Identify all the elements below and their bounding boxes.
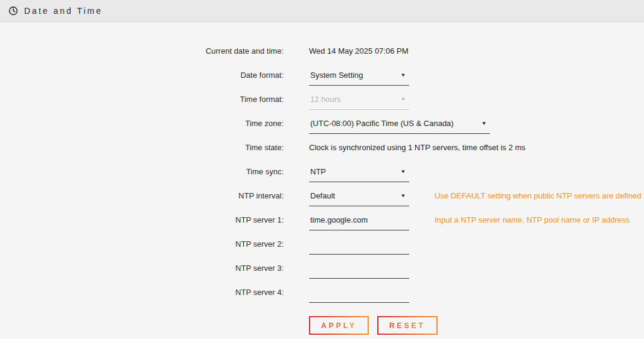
time-zone-label: Time zone: <box>0 113 284 128</box>
time-state-label: Time state: <box>0 138 284 152</box>
ntp-server-1-input[interactable] <box>309 215 409 230</box>
row-ntp-server-3: NTP server 3: <box>0 258 644 282</box>
clock-icon <box>8 6 18 16</box>
action-buttons: APPLY RESET <box>309 316 644 335</box>
ntp-server-2-input[interactable] <box>309 239 409 255</box>
row-date-format: Date format: System Setting ▼ <box>0 65 644 89</box>
reset-button[interactable]: RESET <box>377 316 438 335</box>
row-ntp-server-1: NTP server 1: Input a NTP server name, N… <box>0 210 644 234</box>
ntp-interval-hint: Use DEFAULT setting when public NTP serv… <box>435 186 642 200</box>
time-zone-value: (UTC-08:00) Pacific Time (US & Canada) <box>310 119 454 128</box>
row-time-zone: Time zone: (UTC-08:00) Pacific Time (US … <box>0 113 644 138</box>
chevron-down-icon: ▼ <box>400 169 406 174</box>
row-time-format: Time format: 12 hours ▼ <box>0 89 644 113</box>
time-sync-value: NTP <box>310 167 326 176</box>
ntp-server-4-label: NTP server 4: <box>0 282 284 297</box>
time-zone-select[interactable]: (UTC-08:00) Pacific Time (US & Canada) ▼ <box>309 119 490 134</box>
apply-button[interactable]: APPLY <box>309 316 369 335</box>
ntp-server-1-label: NTP server 1: <box>0 210 284 224</box>
current-datetime-label: Current date and time: <box>0 41 284 55</box>
chevron-down-icon: ▼ <box>400 97 406 102</box>
ntp-interval-label: NTP interval: <box>0 186 284 200</box>
row-time-sync: Time sync: NTP ▼ <box>0 162 644 186</box>
row-ntp-server-2: NTP server 2: <box>0 234 644 258</box>
date-format-label: Date format: <box>0 65 284 80</box>
ntp-interval-value: Default <box>310 191 335 200</box>
time-format-value: 12 hours <box>310 95 341 104</box>
date-format-value: System Setting <box>310 71 363 80</box>
time-format-label: Time format: <box>0 89 284 104</box>
time-sync-select[interactable]: NTP ▼ <box>309 167 409 182</box>
ntp-server-3-label: NTP server 3: <box>0 258 284 273</box>
chevron-down-icon: ▼ <box>400 72 406 78</box>
row-ntp-server-4: NTP server 4: <box>0 282 644 306</box>
section-header: Date and Time <box>0 0 644 22</box>
date-format-select[interactable]: System Setting ▼ <box>309 71 409 86</box>
page-title: Date and Time <box>24 6 103 16</box>
ntp-server-4-input[interactable] <box>309 288 409 303</box>
row-time-state: Time state: Clock is synchronized using … <box>0 138 644 162</box>
current-datetime-value: Wed 14 May 2025 07:06 PM <box>309 46 409 55</box>
row-ntp-interval: NTP interval: Default ▼ Use DEFAULT sett… <box>0 186 644 210</box>
row-current-datetime: Current date and time: Wed 14 May 2025 0… <box>0 41 644 65</box>
ntp-server-3-input[interactable] <box>309 264 409 279</box>
chevron-down-icon: ▼ <box>481 121 487 126</box>
time-state-value: Clock is synchronized using 1 NTP server… <box>309 143 526 152</box>
time-sync-label: Time sync: <box>0 162 284 176</box>
ntp-interval-select[interactable]: Default ▼ <box>309 191 409 206</box>
ntp-server-2-label: NTP server 2: <box>0 234 284 249</box>
date-time-form: Current date and time: Wed 14 May 2025 0… <box>0 22 644 335</box>
time-format-select: 12 hours ▼ <box>309 95 409 110</box>
ntp-server-1-hint: Input a NTP server name, NTP pool name o… <box>435 210 630 224</box>
chevron-down-icon: ▼ <box>400 193 406 198</box>
